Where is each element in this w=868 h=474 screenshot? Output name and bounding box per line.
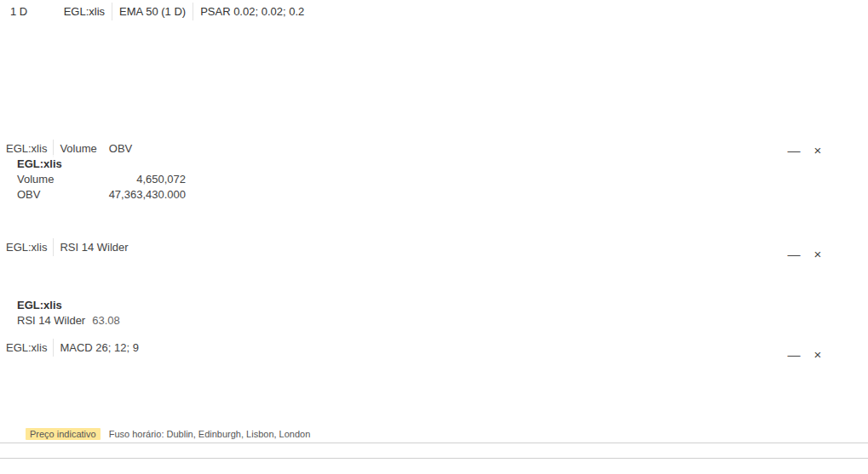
legend-obv-label: OBV [17,187,40,203]
macd-panel-minimize-button[interactable]: — [785,346,802,363]
trading-chart-app: 1 D EQ EGL:xlis EMA 50 (1 D) PSAR 0.02; … [0,0,868,474]
date-axis-days[interactable] [0,443,868,459]
macd-symbol-label[interactable]: EGL:xlis [0,339,53,357]
legend-rsi-label: RSI 14 Wilder [17,313,85,328]
legend-volume-row: Volume 4,650,072 [17,172,186,187]
legend-symbol: EGL:xlis [17,157,62,172]
legend-rsi-row: RSI 14 Wilder 63.08 [17,313,120,328]
rsi-legend: EGL:xlis RSI 14 Wilder 63.08 [12,296,125,330]
legend-symbol: EGL:xlis [17,298,62,313]
ema-indicator-label[interactable]: EMA 50 (1 D) [112,3,193,20]
legend-volume-value: 4,650,072 [136,172,186,187]
legend-symbol-row: EGL:xlis [17,157,186,172]
chart-header: 1 D EQ EGL:xlis EMA 50 (1 D) PSAR 0.02; … [3,3,311,20]
rsi-panel-header: EGL:xlis RSI 14 Wilder [0,238,135,256]
last-price-badge: 6.434€ (+17.41%) [734,4,836,22]
legend-symbol-row: EGL:xlis [17,298,120,313]
legend-obv-value: 47,363,430.000 [109,187,186,203]
volume-panel-close-button[interactable]: × [809,141,826,158]
equity-type-badge: EQ [36,5,55,18]
date-axis-months[interactable] [0,458,868,474]
psar-indicator-label[interactable]: PSAR 0.02; 0.02; 0.2 [193,3,311,20]
macd-panel-close-button[interactable]: × [809,346,826,363]
rsi-panel-minimize-button[interactable]: — [785,245,802,262]
legend-obv-row: OBV 47,363,430.000 [17,187,186,203]
legend-rsi-value: 63.08 [92,313,120,328]
overlay-layer: 1 D EQ EGL:xlis EMA 50 (1 D) PSAR 0.02; … [0,0,868,474]
rsi-symbol-label[interactable]: EGL:xlis [0,238,53,256]
volume-panel-minimize-button[interactable]: — [785,141,802,158]
indicative-price-label: Preço indicativo [26,428,101,440]
rsi-panel-close-button[interactable]: × [809,245,826,262]
volume-legend: EGL:xlis Volume 4,650,072 OBV 47,363,430… [12,155,191,204]
macd-panel-header: EGL:xlis MACD 26; 12; 9 [0,339,145,357]
timeframe-selector[interactable]: 1 D [3,3,34,20]
macd-indicator-label[interactable]: MACD 26; 12; 9 [53,339,145,357]
legend-volume-label: Volume [17,172,54,187]
symbol-label[interactable]: EGL:xlis [57,3,112,20]
rsi-indicator-label[interactable]: RSI 14 Wilder [53,238,134,256]
timezone-label: Fuso horário: Dublin, Edinburgh, Lisbon,… [109,429,311,439]
status-bar: Preço indicativo Fuso horário: Dublin, E… [26,428,310,440]
